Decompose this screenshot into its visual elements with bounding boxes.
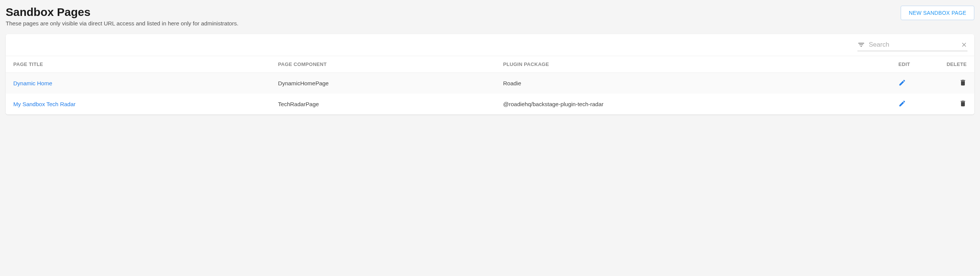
col-header-plugin-package[interactable]: PLUGIN PACKAGE	[496, 56, 891, 73]
page-component-cell: DynamicHomePage	[270, 73, 496, 94]
page-title-link[interactable]: My Sandbox Tech Radar	[13, 101, 76, 107]
table-toolbar	[6, 34, 974, 56]
page-title: Sandbox Pages	[6, 6, 900, 19]
edit-icon[interactable]	[898, 79, 906, 86]
search-input[interactable]	[869, 41, 957, 49]
col-header-delete[interactable]: DELETE	[936, 56, 974, 73]
plugin-package-cell: @roadiehq/backstage-plugin-tech-radar	[496, 94, 891, 114]
col-header-page-component[interactable]: PAGE COMPONENT	[270, 56, 496, 73]
col-header-page-title[interactable]: PAGE TITLE	[6, 56, 270, 73]
new-sandbox-page-button[interactable]: NEW SANDBOX PAGE	[900, 6, 974, 20]
close-icon[interactable]	[961, 41, 967, 48]
delete-icon[interactable]	[959, 79, 967, 86]
table-row: My Sandbox Tech Radar TechRadarPage @roa…	[6, 94, 974, 114]
pages-card: PAGE TITLE PAGE COMPONENT PLUGIN PACKAGE…	[6, 34, 974, 114]
page-subtitle: These pages are only visible via direct …	[6, 20, 900, 27]
filter-icon[interactable]	[858, 41, 865, 49]
edit-icon[interactable]	[898, 100, 906, 107]
table-row: Dynamic Home DynamicHomePage Roadie	[6, 73, 974, 94]
search-wrap	[858, 41, 967, 51]
delete-icon[interactable]	[959, 100, 967, 107]
plugin-package-cell: Roadie	[496, 73, 891, 94]
col-header-edit[interactable]: EDIT	[891, 56, 936, 73]
page-component-cell: TechRadarPage	[270, 94, 496, 114]
table-header-row: PAGE TITLE PAGE COMPONENT PLUGIN PACKAGE…	[6, 56, 974, 73]
page-title-link[interactable]: Dynamic Home	[13, 80, 52, 86]
pages-table: PAGE TITLE PAGE COMPONENT PLUGIN PACKAGE…	[6, 56, 974, 114]
